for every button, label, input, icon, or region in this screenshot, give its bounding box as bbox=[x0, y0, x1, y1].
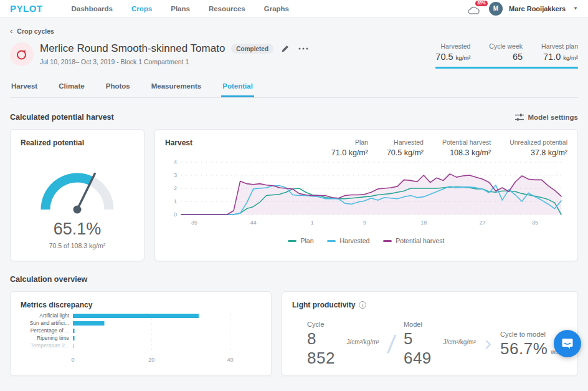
chevron-right-icon: › bbox=[485, 332, 491, 353]
user-avatar[interactable]: M bbox=[489, 2, 503, 16]
header-stats: Harvested 70.5 kg/m² Cycle week 65 Harve… bbox=[435, 42, 578, 69]
harvest-chart-legend: Plan Harvested Potential harvest bbox=[165, 237, 567, 244]
svg-text:40: 40 bbox=[227, 357, 233, 363]
legend-swatch-potential bbox=[383, 240, 392, 242]
slash-divider-icon: / bbox=[386, 332, 397, 357]
cloud-icon bbox=[468, 6, 480, 14]
section-title-potential: Calculated potential harvest bbox=[10, 113, 114, 122]
legend-plan[interactable]: Plan bbox=[288, 237, 313, 244]
svg-text:27: 27 bbox=[480, 220, 486, 226]
nav-item-graphs[interactable]: Graphs bbox=[264, 5, 289, 12]
legend-harvested[interactable]: Harvested bbox=[327, 237, 369, 244]
svg-text:Artificial light: Artificial light bbox=[39, 312, 69, 319]
svg-text:9: 9 bbox=[363, 220, 366, 226]
crop-avatar bbox=[10, 42, 34, 66]
svg-text:20: 20 bbox=[148, 357, 154, 363]
legend-swatch-plan bbox=[288, 240, 296, 242]
svg-text:18: 18 bbox=[420, 220, 427, 226]
nav-item-plans[interactable]: Plans bbox=[171, 5, 190, 12]
tune-icon bbox=[515, 113, 524, 121]
pencil-icon bbox=[281, 44, 290, 53]
tab-climate[interactable]: Climate bbox=[57, 77, 86, 97]
harvest-card-title: Harvest bbox=[165, 138, 192, 147]
user-name[interactable]: Marc Rooijakkers bbox=[509, 5, 566, 12]
breadcrumb-label: Crop cycles bbox=[17, 27, 54, 35]
stat-cycle: Cycle 8 852 J/cm²/kg/m² bbox=[307, 321, 379, 368]
svg-text:0: 0 bbox=[174, 211, 177, 218]
main-nav: Dashboards Crops Plans Resources Graphs bbox=[72, 5, 468, 12]
stat-plan: Plan 71.0 kg/m² bbox=[331, 138, 368, 157]
svg-text:Temperature 2...: Temperature 2... bbox=[31, 342, 69, 349]
gauge-detail-text: 70.5 of 108.3 kg/m² bbox=[49, 242, 105, 249]
stat-harvest-plan: Harvest plan 71.0 kg/m² bbox=[541, 42, 578, 62]
metrics-discrepancy-card: Metrics discrepancy 02040Artificial ligh… bbox=[10, 291, 272, 376]
stat-unrealized-potential: Unrealized potential 37.8 kg/m² bbox=[510, 138, 567, 157]
svg-text:Ripening time: Ripening time bbox=[37, 335, 69, 341]
stat-cycle-week: Cycle week 65 bbox=[489, 42, 523, 62]
svg-text:35: 35 bbox=[532, 220, 538, 226]
crop-header: Merlice Round Smooth-skinned Tomato Comp… bbox=[10, 42, 578, 69]
svg-text:0: 0 bbox=[71, 357, 74, 363]
edit-button[interactable] bbox=[280, 43, 291, 54]
svg-text:Sun and artifici...: Sun and artifici... bbox=[30, 320, 69, 326]
pylot-logo: PYLOT bbox=[10, 3, 43, 14]
page-title: Merlice Round Smooth-skinned Tomato bbox=[40, 42, 225, 55]
tab-measurements[interactable]: Measurements bbox=[150, 77, 203, 97]
svg-text:2: 2 bbox=[174, 185, 177, 191]
svg-text:4: 4 bbox=[174, 159, 177, 165]
chevron-down-icon[interactable]: ▼ bbox=[573, 6, 578, 11]
harvest-line-chart[interactable]: 01234354419182735 bbox=[165, 157, 567, 231]
svg-text:44: 44 bbox=[250, 220, 257, 226]
info-icon[interactable]: i bbox=[359, 301, 366, 309]
stat-harvested-chart: Harvested 70.5 kg/m² bbox=[387, 138, 424, 157]
metrics-card-title: Metrics discrepancy bbox=[21, 301, 261, 309]
more-options-button[interactable] bbox=[297, 46, 310, 51]
weather-notification-icon[interactable]: 85% bbox=[468, 3, 483, 14]
chat-launcher-button[interactable] bbox=[554, 330, 581, 357]
harvest-chart-card: Harvest Plan 71.0 kg/m² Harvested 70.5 k… bbox=[154, 129, 578, 261]
stat-harvested: Harvested 70.5 kg/m² bbox=[435, 42, 470, 62]
notification-badge: 85% bbox=[475, 1, 488, 7]
breadcrumb-back[interactable]: ‹ Crop cycles bbox=[10, 27, 578, 35]
tab-harvest[interactable]: Harvest bbox=[10, 77, 39, 97]
ellipsis-icon bbox=[298, 47, 308, 50]
tab-potential[interactable]: Potential bbox=[221, 77, 254, 97]
chat-bubble-icon bbox=[561, 337, 574, 350]
nav-item-resources[interactable]: Resources bbox=[209, 5, 245, 12]
top-nav: PYLOT Dashboards Crops Plans Resources G… bbox=[0, 0, 588, 17]
stat-model: Model 5 649 J/cm²/kg/m² bbox=[404, 321, 476, 368]
metrics-bar-chart[interactable]: 02040Artificial lightSun and artifici...… bbox=[21, 309, 262, 365]
status-badge: Completed bbox=[231, 44, 273, 54]
legend-potential-harvest[interactable]: Potential harvest bbox=[383, 237, 444, 244]
model-settings-button[interactable]: Model settings bbox=[515, 113, 578, 121]
legend-swatch-harvested bbox=[327, 240, 336, 242]
realized-potential-title: Realized potential bbox=[21, 138, 134, 147]
light-card-title: Light productivity bbox=[292, 301, 355, 309]
svg-text:3: 3 bbox=[174, 172, 177, 178]
nav-item-crops[interactable]: Crops bbox=[131, 5, 152, 12]
svg-text:1: 1 bbox=[174, 198, 177, 205]
svg-text:1: 1 bbox=[311, 220, 314, 226]
svg-text:Percentage of ...: Percentage of ... bbox=[31, 327, 69, 334]
crop-tabs: Harvest Climate Photos Measurements Pote… bbox=[10, 77, 578, 98]
crop-dates-location: Jul 10, 2018– Oct 3, 2019 - Block 1 Comp… bbox=[40, 58, 310, 65]
chevron-left-icon: ‹ bbox=[10, 27, 12, 35]
gauge-percent-value: 65.1% bbox=[54, 220, 102, 239]
svg-text:35: 35 bbox=[191, 220, 197, 226]
stats-accent-underline bbox=[435, 67, 578, 69]
nav-item-dashboards[interactable]: Dashboards bbox=[72, 5, 113, 12]
section-title-calculation: Calculation overview bbox=[10, 275, 87, 284]
realized-potential-gauge bbox=[31, 161, 124, 216]
realized-potential-card: Realized potential 65.1% 70.5 of 108.3 k… bbox=[10, 129, 145, 261]
stat-potential-harvest: Potential harvest 108.3 kg/m² bbox=[442, 138, 491, 157]
light-productivity-card: Light productivity i Cycle 8 852 J/cm²/k… bbox=[282, 291, 578, 376]
tab-photos[interactable]: Photos bbox=[105, 77, 131, 97]
harvest-card-stats: Plan 71.0 kg/m² Harvested 70.5 kg/m² Pot… bbox=[331, 138, 567, 157]
tomato-icon bbox=[16, 48, 28, 60]
